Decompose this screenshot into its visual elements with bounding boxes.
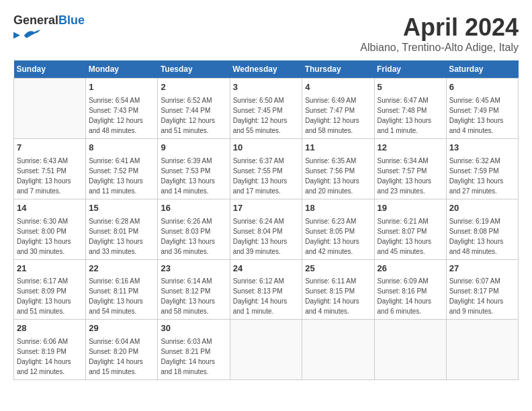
- day-header-monday: Monday: [86, 60, 158, 79]
- calendar-cell: 22Sunrise: 6:16 AMSunset: 8:11 PMDayligh…: [86, 259, 158, 320]
- day-content: Sunrise: 6:39 AMSunset: 7:53 PMDaylight:…: [161, 156, 226, 196]
- calendar-week-row: 7Sunrise: 6:43 AMSunset: 7:51 PMDaylight…: [14, 138, 519, 199]
- calendar-cell: 25Sunrise: 6:11 AMSunset: 8:15 PMDayligh…: [302, 259, 374, 320]
- day-header-friday: Friday: [374, 60, 446, 79]
- day-header-tuesday: Tuesday: [158, 60, 230, 79]
- day-number: 21: [17, 263, 83, 275]
- day-content: Sunrise: 6:21 AMSunset: 8:07 PMDaylight:…: [378, 216, 443, 257]
- calendar-table: SundayMondayTuesdayWednesdayThursdayFrid…: [13, 60, 519, 380]
- day-content: Sunrise: 6:34 AMSunset: 7:57 PMDaylight:…: [378, 156, 443, 196]
- month-title: April 2024: [360, 13, 519, 42]
- logo-bird-icon: [21, 28, 42, 41]
- day-number: 16: [161, 202, 226, 215]
- day-content: Sunrise: 6:06 AMSunset: 8:19 PMDaylight:…: [17, 336, 83, 377]
- calendar-cell: 5Sunrise: 6:47 AMSunset: 7:48 PMDaylight…: [374, 79, 446, 139]
- calendar-week-row: 14Sunrise: 6:30 AMSunset: 8:00 PMDayligh…: [14, 199, 519, 259]
- day-number: 5: [378, 81, 443, 94]
- day-number: 8: [89, 142, 154, 154]
- calendar-cell: [14, 79, 86, 139]
- day-header-saturday: Saturday: [446, 60, 518, 79]
- day-content: Sunrise: 6:47 AMSunset: 7:48 PMDaylight:…: [378, 95, 443, 136]
- day-content: Sunrise: 6:49 AMSunset: 7:47 PMDaylight:…: [305, 95, 371, 136]
- day-number: 14: [17, 202, 83, 215]
- day-content: Sunrise: 6:11 AMSunset: 8:15 PMDaylight:…: [305, 276, 371, 316]
- day-number: 28: [17, 322, 83, 335]
- location-title: Albiano, Trentino-Alto Adige, Italy: [360, 42, 519, 54]
- day-content: Sunrise: 6:32 AMSunset: 7:59 PMDaylight:…: [449, 156, 515, 196]
- logo-tagline: ▶: [13, 30, 20, 40]
- day-number: 3: [233, 81, 300, 94]
- calendar-cell: [374, 320, 446, 380]
- calendar-cell: 10Sunrise: 6:37 AMSunset: 7:55 PMDayligh…: [230, 138, 302, 199]
- calendar-cell: 2Sunrise: 6:52 AMSunset: 7:44 PMDaylight…: [158, 79, 230, 139]
- day-number: 1: [89, 81, 154, 94]
- calendar-cell: 11Sunrise: 6:35 AMSunset: 7:56 PMDayligh…: [302, 138, 374, 199]
- calendar-cell: 13Sunrise: 6:32 AMSunset: 7:59 PMDayligh…: [446, 138, 518, 199]
- calendar-cell: 30Sunrise: 6:03 AMSunset: 8:21 PMDayligh…: [158, 320, 230, 380]
- calendar-cell: 12Sunrise: 6:34 AMSunset: 7:57 PMDayligh…: [374, 138, 446, 199]
- calendar-cell: 14Sunrise: 6:30 AMSunset: 8:00 PMDayligh…: [14, 199, 86, 259]
- day-number: 29: [89, 322, 154, 335]
- calendar-cell: 29Sunrise: 6:04 AMSunset: 8:20 PMDayligh…: [86, 320, 158, 380]
- day-content: Sunrise: 6:03 AMSunset: 8:21 PMDaylight:…: [161, 336, 226, 377]
- day-content: Sunrise: 6:54 AMSunset: 7:43 PMDaylight:…: [89, 95, 154, 136]
- calendar-week-row: 21Sunrise: 6:17 AMSunset: 8:09 PMDayligh…: [14, 259, 519, 320]
- day-number: 12: [378, 142, 443, 154]
- day-number: 7: [17, 142, 83, 154]
- day-number: 15: [89, 202, 154, 215]
- day-content: Sunrise: 6:09 AMSunset: 8:16 PMDaylight:…: [378, 276, 443, 316]
- day-content: Sunrise: 6:19 AMSunset: 8:08 PMDaylight:…: [449, 216, 515, 257]
- day-number: 27: [449, 263, 515, 275]
- day-content: Sunrise: 6:23 AMSunset: 8:05 PMDaylight:…: [305, 216, 371, 257]
- calendar-cell: 26Sunrise: 6:09 AMSunset: 8:16 PMDayligh…: [374, 259, 446, 320]
- calendar-cell: [446, 320, 518, 380]
- calendar-cell: 16Sunrise: 6:26 AMSunset: 8:03 PMDayligh…: [158, 199, 230, 259]
- day-content: Sunrise: 6:26 AMSunset: 8:03 PMDaylight:…: [161, 216, 226, 257]
- calendar-cell: 21Sunrise: 6:17 AMSunset: 8:09 PMDayligh…: [14, 259, 86, 320]
- calendar-cell: 6Sunrise: 6:45 AMSunset: 7:49 PMDaylight…: [446, 79, 518, 139]
- day-content: Sunrise: 6:28 AMSunset: 8:01 PMDaylight:…: [89, 216, 154, 257]
- calendar-cell: 7Sunrise: 6:43 AMSunset: 7:51 PMDaylight…: [14, 138, 86, 199]
- calendar-cell: 8Sunrise: 6:41 AMSunset: 7:52 PMDaylight…: [86, 138, 158, 199]
- day-content: Sunrise: 6:50 AMSunset: 7:45 PMDaylight:…: [233, 95, 300, 136]
- calendar-cell: 17Sunrise: 6:24 AMSunset: 8:04 PMDayligh…: [230, 199, 302, 259]
- calendar-cell: 19Sunrise: 6:21 AMSunset: 8:07 PMDayligh…: [374, 199, 446, 259]
- calendar-cell: [230, 320, 302, 380]
- day-number: 25: [305, 263, 371, 275]
- day-number: 24: [233, 263, 300, 275]
- day-content: Sunrise: 6:17 AMSunset: 8:09 PMDaylight:…: [17, 276, 83, 316]
- day-content: Sunrise: 6:37 AMSunset: 7:55 PMDaylight:…: [233, 156, 300, 196]
- day-number: 18: [305, 202, 371, 215]
- day-content: Sunrise: 6:30 AMSunset: 8:00 PMDaylight:…: [17, 216, 83, 257]
- day-number: 10: [233, 142, 300, 154]
- day-number: 13: [449, 142, 515, 154]
- calendar-cell: 27Sunrise: 6:07 AMSunset: 8:17 PMDayligh…: [446, 259, 518, 320]
- calendar-cell: 18Sunrise: 6:23 AMSunset: 8:05 PMDayligh…: [302, 199, 374, 259]
- day-content: Sunrise: 6:45 AMSunset: 7:49 PMDaylight:…: [449, 95, 515, 136]
- calendar-cell: 23Sunrise: 6:14 AMSunset: 8:12 PMDayligh…: [158, 259, 230, 320]
- day-content: Sunrise: 6:43 AMSunset: 7:51 PMDaylight:…: [17, 156, 83, 196]
- day-number: 17: [233, 202, 300, 215]
- calendar-cell: 3Sunrise: 6:50 AMSunset: 7:45 PMDaylight…: [230, 79, 302, 139]
- day-header-thursday: Thursday: [302, 60, 374, 79]
- calendar-cell: 28Sunrise: 6:06 AMSunset: 8:19 PMDayligh…: [14, 320, 86, 380]
- calendar-cell: 9Sunrise: 6:39 AMSunset: 7:53 PMDaylight…: [158, 138, 230, 199]
- day-number: 23: [161, 263, 226, 275]
- day-number: 30: [161, 322, 226, 335]
- day-number: 4: [305, 81, 371, 94]
- calendar-cell: 15Sunrise: 6:28 AMSunset: 8:01 PMDayligh…: [86, 199, 158, 259]
- calendar-week-row: 1Sunrise: 6:54 AMSunset: 7:43 PMDaylight…: [14, 79, 519, 139]
- day-number: 20: [449, 202, 515, 215]
- logo: GeneralBlue ▶: [13, 13, 85, 41]
- day-content: Sunrise: 6:41 AMSunset: 7:52 PMDaylight:…: [89, 156, 154, 196]
- title-area: April 2024 Albiano, Trentino-Alto Adige,…: [360, 13, 519, 54]
- day-content: Sunrise: 6:04 AMSunset: 8:20 PMDaylight:…: [89, 336, 154, 377]
- calendar-cell: 4Sunrise: 6:49 AMSunset: 7:47 PMDaylight…: [302, 79, 374, 139]
- calendar-header-row: SundayMondayTuesdayWednesdayThursdayFrid…: [14, 60, 519, 79]
- day-number: 2: [161, 81, 226, 94]
- day-number: 19: [378, 202, 443, 215]
- page-header: GeneralBlue ▶ April 2024 Albiano, Trenti…: [13, 13, 519, 54]
- calendar-week-row: 28Sunrise: 6:06 AMSunset: 8:19 PMDayligh…: [14, 320, 519, 380]
- calendar-cell: [302, 320, 374, 380]
- day-header-sunday: Sunday: [14, 60, 86, 79]
